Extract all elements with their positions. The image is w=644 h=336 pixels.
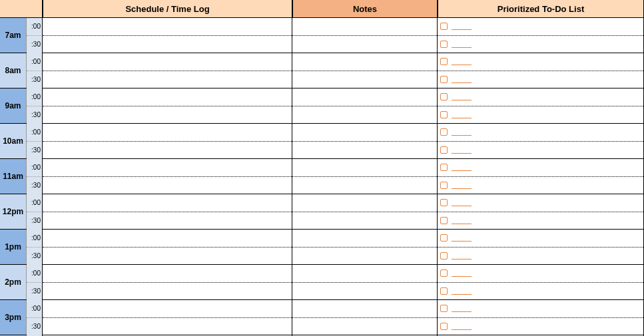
notes-cell[interactable] xyxy=(292,18,438,53)
todo-text-field[interactable] xyxy=(476,212,643,230)
priority-field[interactable] xyxy=(452,58,472,65)
notes-cell[interactable] xyxy=(292,230,438,265)
schedule-cell[interactable] xyxy=(43,124,292,159)
todo-text-field[interactable] xyxy=(476,142,643,160)
priority-field[interactable] xyxy=(452,323,472,330)
schedule-cell[interactable] xyxy=(43,53,292,88)
notes-cell[interactable] xyxy=(292,159,438,194)
minute-30-label: :30 xyxy=(27,142,43,160)
todo-row xyxy=(438,300,643,318)
priority-field[interactable] xyxy=(452,128,472,136)
priority-field[interactable] xyxy=(452,41,472,48)
priority-field[interactable] xyxy=(452,234,472,242)
minute-00-label: :00 xyxy=(27,53,43,71)
checkbox-icon[interactable] xyxy=(440,23,448,30)
time-block: 12pm :00 :30 xyxy=(0,194,43,230)
todo-text-field[interactable] xyxy=(476,53,643,71)
priority-field[interactable] xyxy=(452,164,472,171)
minute-labels: :00 :30 xyxy=(27,265,43,299)
todo-text-field[interactable] xyxy=(476,177,643,195)
schedule-cell[interactable] xyxy=(43,88,292,124)
todo-block xyxy=(438,194,644,230)
todo-row xyxy=(438,142,643,160)
schedule-cell[interactable] xyxy=(43,18,292,53)
checkbox-icon[interactable] xyxy=(440,323,448,330)
todo-row xyxy=(438,194,643,212)
todo-text-field[interactable] xyxy=(476,283,643,301)
schedule-cell[interactable] xyxy=(43,265,292,300)
checkbox-icon[interactable] xyxy=(440,217,448,224)
minute-00-label: :00 xyxy=(27,124,43,142)
checkbox-icon[interactable] xyxy=(440,182,448,189)
todo-block xyxy=(438,53,644,88)
priority-field[interactable] xyxy=(452,269,472,277)
checkbox-icon[interactable] xyxy=(440,305,448,312)
checkbox-icon[interactable] xyxy=(440,164,448,171)
priority-field[interactable] xyxy=(452,287,472,295)
todo-text-field[interactable] xyxy=(476,36,643,54)
todo-text-field[interactable] xyxy=(476,88,643,106)
priority-field[interactable] xyxy=(452,199,472,206)
priority-field[interactable] xyxy=(452,93,472,100)
todo-text-field[interactable] xyxy=(476,124,643,141)
todo-row xyxy=(438,124,643,142)
planner: 7am :00 :30 8am :00 :30 9am :00 :30 10am… xyxy=(0,0,644,336)
todo-block xyxy=(438,88,644,124)
notes-cell[interactable] xyxy=(292,265,438,300)
todo-text-field[interactable] xyxy=(476,248,643,265)
checkbox-icon[interactable] xyxy=(440,146,448,154)
priority-field[interactable] xyxy=(452,111,472,118)
schedule-cell[interactable] xyxy=(43,300,292,335)
notes-cell[interactable] xyxy=(292,300,438,335)
todo-row xyxy=(438,71,643,89)
todo-text-field[interactable] xyxy=(476,265,643,282)
todo-text-field[interactable] xyxy=(476,159,643,176)
todo-text-field[interactable] xyxy=(476,230,643,247)
schedule-cell[interactable] xyxy=(43,230,292,265)
checkbox-icon[interactable] xyxy=(440,111,448,118)
priority-field[interactable] xyxy=(452,76,472,83)
todo-text-field[interactable] xyxy=(476,71,643,89)
hour-label: 8am xyxy=(0,53,27,88)
checkbox-icon[interactable] xyxy=(440,128,448,136)
time-block: 11am :00 :30 xyxy=(0,159,43,194)
priority-field[interactable] xyxy=(452,182,472,189)
checkbox-icon[interactable] xyxy=(440,93,448,100)
checkbox-icon[interactable] xyxy=(440,269,448,277)
checkbox-icon[interactable] xyxy=(440,252,448,259)
hour-label: 7am xyxy=(0,18,27,53)
checkbox-icon[interactable] xyxy=(440,76,448,83)
time-block: 9am :00 :30 xyxy=(0,88,43,124)
todo-row xyxy=(438,265,643,283)
checkbox-icon[interactable] xyxy=(440,58,448,65)
todo-text-field[interactable] xyxy=(476,300,643,317)
todo-text-field[interactable] xyxy=(476,194,643,212)
priority-field[interactable] xyxy=(452,146,472,154)
todo-row xyxy=(438,283,643,301)
checkbox-icon[interactable] xyxy=(440,199,448,206)
checkbox-icon[interactable] xyxy=(440,287,448,295)
time-block: 7am :00 :30 xyxy=(0,18,43,53)
checkbox-icon[interactable] xyxy=(440,234,448,242)
priority-field[interactable] xyxy=(452,305,472,312)
todo-text-field[interactable] xyxy=(476,318,643,336)
priority-field[interactable] xyxy=(452,252,472,259)
schedule-header: Schedule / Time Log xyxy=(43,0,292,18)
notes-cell[interactable] xyxy=(292,88,438,124)
minute-00-label: :00 xyxy=(27,18,43,36)
minute-labels: :00 :30 xyxy=(27,53,43,88)
notes-cell[interactable] xyxy=(292,194,438,230)
hour-label: 3pm xyxy=(0,300,27,335)
schedule-column: Schedule / Time Log xyxy=(43,0,292,336)
checkbox-icon[interactable] xyxy=(440,41,448,48)
notes-cell[interactable] xyxy=(292,124,438,159)
priority-field[interactable] xyxy=(452,23,472,30)
schedule-cell[interactable] xyxy=(43,159,292,194)
todo-text-field[interactable] xyxy=(476,18,643,35)
schedule-cell[interactable] xyxy=(43,194,292,230)
minute-labels: :00 :30 xyxy=(27,230,43,264)
priority-field[interactable] xyxy=(452,217,472,224)
todo-text-field[interactable] xyxy=(476,106,643,124)
notes-cell[interactable] xyxy=(292,53,438,88)
minute-labels: :00 :30 xyxy=(27,159,43,194)
